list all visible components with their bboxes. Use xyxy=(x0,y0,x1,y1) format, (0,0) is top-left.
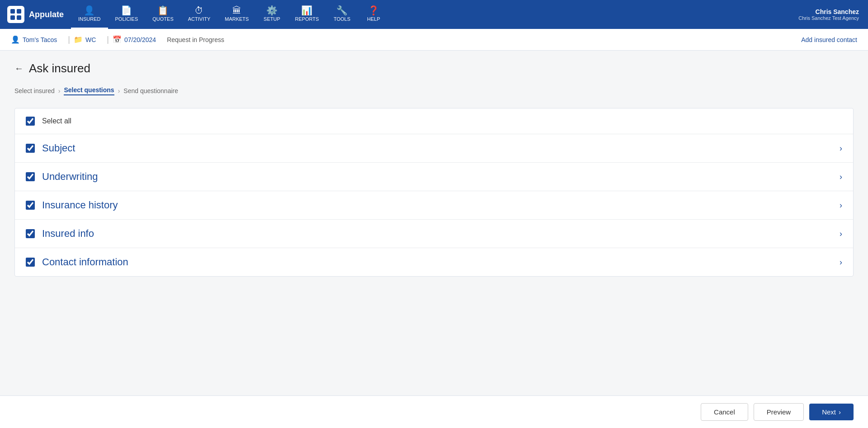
back-button[interactable]: ← xyxy=(14,63,24,74)
contact-information-label: Contact information xyxy=(42,256,836,268)
policies-nav-icon: 📄 xyxy=(121,6,132,15)
underwriting-label: Underwriting xyxy=(42,171,836,183)
setup-nav-label: SETUP xyxy=(264,16,280,22)
insured-nav-icon: 👤 xyxy=(84,6,95,15)
breadcrumb-sep-1: › xyxy=(58,87,61,94)
tools-nav-icon: 🔧 xyxy=(336,6,348,15)
add-insured-contact-button[interactable]: Add insured contact xyxy=(801,36,857,43)
quotes-nav-icon: 📋 xyxy=(157,6,169,15)
sections-list: Select all Subject › Underwriting › Insu… xyxy=(14,108,854,277)
nav-items: 👤 INSURED 📄 POLICIES 📋 QUOTES ⏱ ACTIVITY… xyxy=(71,0,795,29)
divider-2: | xyxy=(107,35,109,44)
insured-info-label: Insured info xyxy=(42,228,836,240)
status-label: Request in Progress xyxy=(167,36,224,43)
nav-item-quotes[interactable]: 📋 QUOTES xyxy=(145,0,180,29)
quotes-nav-label: QUOTES xyxy=(152,16,173,22)
breadcrumb-select-insured[interactable]: Select insured xyxy=(14,87,55,94)
setup-nav-icon: ⚙️ xyxy=(266,6,278,15)
app-logo[interactable]: Appulate xyxy=(5,0,71,29)
insurance-history-label: Insurance history xyxy=(42,199,836,211)
activity-nav-label: ACTIVITY xyxy=(188,16,211,22)
page-title-row: ← Ask insured xyxy=(14,61,854,75)
folder-link[interactable]: 📁 WC xyxy=(74,35,103,44)
breadcrumb-select-questions[interactable]: Select questions xyxy=(64,86,114,95)
insured-nav-label: INSURED xyxy=(78,16,101,22)
logo-icon xyxy=(7,6,24,23)
underwriting-chevron-icon: › xyxy=(840,172,842,182)
user-agency: Chris Sanchez Test Agency xyxy=(798,15,859,21)
insured-name-link[interactable]: 👤 Tom's Tacos xyxy=(11,35,64,44)
markets-nav-label: MARKETS xyxy=(225,16,249,22)
svg-rect-0 xyxy=(10,9,15,14)
top-navigation: Appulate 👤 INSURED 📄 POLICIES 📋 QUOTES ⏱… xyxy=(0,0,868,29)
activity-nav-icon: ⏱ xyxy=(194,6,203,15)
markets-nav-icon: 🏛 xyxy=(232,6,241,15)
preview-button[interactable]: Preview xyxy=(754,403,804,421)
insured-info-chevron-icon: › xyxy=(840,229,842,239)
user-name: Chris Sanchez xyxy=(816,8,859,15)
user-info: Chris Sanchez Chris Sanchez Test Agency xyxy=(795,0,863,29)
footer-bar: Cancel Preview Next › xyxy=(0,395,868,428)
nav-item-insured[interactable]: 👤 INSURED xyxy=(71,0,108,29)
nav-item-setup[interactable]: ⚙️ SETUP xyxy=(256,0,288,29)
reports-nav-label: REPORTS xyxy=(295,16,319,22)
page-content: ← Ask insured Select insured › Select qu… xyxy=(0,51,868,428)
next-chevron-icon: › xyxy=(839,408,841,416)
nav-item-help[interactable]: ❓ HELP xyxy=(358,0,389,29)
section-row-contact-information[interactable]: Contact information › xyxy=(15,248,853,276)
contact-information-checkbox[interactable] xyxy=(26,258,35,267)
user-icon: 👤 xyxy=(11,35,20,44)
section-row-insured-info[interactable]: Insured info › xyxy=(15,220,853,248)
cancel-button[interactable]: Cancel xyxy=(701,403,748,421)
nav-item-tools[interactable]: 🔧 TOOLS xyxy=(326,0,358,29)
breadcrumb-sep-2: › xyxy=(118,87,120,94)
select-all-label: Select all xyxy=(42,117,842,125)
sub-header: 👤 Tom's Tacos | 📁 WC | 📅 07/20/2024 Requ… xyxy=(0,29,868,51)
svg-rect-3 xyxy=(17,15,21,20)
policies-nav-label: POLICIES xyxy=(115,16,138,22)
next-label: Next xyxy=(822,408,836,416)
next-button[interactable]: Next › xyxy=(809,404,854,420)
page-title: Ask insured xyxy=(29,61,90,75)
tools-nav-label: TOOLS xyxy=(334,16,350,22)
date-item[interactable]: 📅 07/20/2024 xyxy=(113,35,163,44)
help-nav-label: HELP xyxy=(367,16,380,22)
subject-checkbox[interactable] xyxy=(26,144,35,153)
folder-label: WC xyxy=(85,36,96,43)
insurance-history-chevron-icon: › xyxy=(840,201,842,210)
section-row-underwriting[interactable]: Underwriting › xyxy=(15,163,853,191)
reports-nav-icon: 📊 xyxy=(301,6,312,15)
underwriting-checkbox[interactable] xyxy=(26,172,35,181)
section-row-select-all[interactable]: Select all xyxy=(15,108,853,134)
nav-item-reports[interactable]: 📊 REPORTS xyxy=(288,0,326,29)
insured-info-checkbox[interactable] xyxy=(26,229,35,238)
app-name: Appulate xyxy=(29,10,64,19)
insured-name: Tom's Tacos xyxy=(23,36,57,43)
svg-rect-1 xyxy=(17,9,21,14)
section-row-insurance-history[interactable]: Insurance history › xyxy=(15,191,853,220)
nav-item-markets[interactable]: 🏛 MARKETS xyxy=(217,0,256,29)
contact-information-chevron-icon: › xyxy=(840,258,842,267)
help-nav-icon: ❓ xyxy=(368,6,379,15)
calendar-icon: 📅 xyxy=(113,35,122,44)
breadcrumb-send-questionnaire[interactable]: Send questionnaire xyxy=(123,87,178,94)
nav-item-activity[interactable]: ⏱ ACTIVITY xyxy=(181,0,218,29)
section-row-subject[interactable]: Subject › xyxy=(15,134,853,163)
svg-rect-2 xyxy=(10,15,15,20)
insurance-history-checkbox[interactable] xyxy=(26,201,35,210)
divider-1: | xyxy=(68,35,70,44)
date-label: 07/20/2024 xyxy=(124,36,156,43)
subject-label: Subject xyxy=(42,142,836,154)
breadcrumb: Select insured › Select questions › Send… xyxy=(14,86,854,95)
nav-item-policies[interactable]: 📄 POLICIES xyxy=(108,0,146,29)
folder-icon: 📁 xyxy=(74,35,83,44)
subject-chevron-icon: › xyxy=(840,144,842,153)
select-all-checkbox[interactable] xyxy=(26,117,35,126)
